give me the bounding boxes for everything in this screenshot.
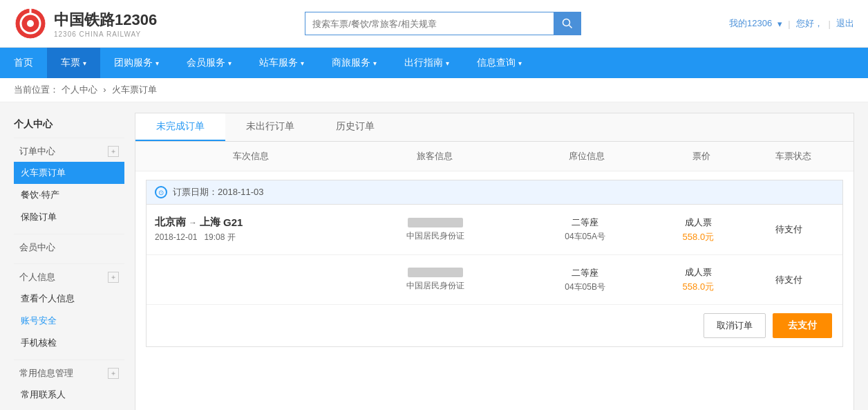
nav-item-member[interactable]: 会员服务 ▾ [173, 48, 245, 78]
sidebar-item-account-security[interactable]: 账号安全 [14, 310, 124, 332]
seat-type-2: 二等座 [517, 267, 653, 279]
nav-item-tickets[interactable]: 车票 ▾ [47, 48, 100, 78]
nav-arrow-icon: ▾ [301, 59, 304, 67]
train-info: 北京南 → 上海 G21 2018-12-01 19:08 开 [155, 216, 354, 243]
search-input[interactable] [305, 12, 554, 35]
logo-icon [14, 7, 47, 40]
train-number: G21 [223, 216, 243, 228]
svg-point-4 [563, 19, 570, 26]
nav-arrow-icon: ▾ [373, 59, 377, 67]
ticket-status-2: 待支付 [744, 274, 834, 286]
logo-title: 中国铁路12306 [54, 10, 157, 30]
price-info-2: 成人票 558.0元 [653, 266, 744, 293]
sidebar-group-member-header[interactable]: 会员中心 [14, 237, 124, 258]
order-group: ⊙ 订票日期：2018-11-03 北京南 → 上海 G21 2018-12-0… [146, 180, 843, 347]
sidebar-group-orders: 订单中心 ＋ 火车票订单 餐饮·特产 保险订单 [14, 141, 124, 228]
tab-upcoming-orders[interactable]: 未出行订单 [225, 113, 315, 141]
cancel-order-button[interactable]: 取消订单 [704, 313, 766, 338]
passenger-name-blurred [408, 218, 463, 227]
nav-item-guide[interactable]: 出行指南 ▾ [390, 48, 463, 78]
col-passenger-info: 旅客信息 [352, 150, 518, 162]
train-from: 北京南 [155, 216, 186, 229]
my-account-link[interactable]: 我的12306 [729, 17, 772, 30]
price-value-2: 558.0元 [653, 281, 744, 293]
greeting-text: 您好， [796, 17, 823, 30]
header-right: 我的12306 ▾ | 您好， | 退出 [729, 17, 854, 30]
logo-text: 中国铁路12306 12306 CHINA RAILWAY [54, 10, 157, 38]
tab-history-orders[interactable]: 历史订单 [315, 113, 395, 141]
tabs: 未完成订单 未出行订单 历史订单 [135, 113, 853, 142]
passenger-id-type: 中国居民身份证 [406, 230, 464, 242]
nav-item-info[interactable]: 信息查询 ▾ [463, 48, 536, 78]
passenger-info: 中国居民身份证 [354, 218, 517, 242]
header: 中国铁路12306 12306 CHINA RAILWAY 我的12306 ▾ … [0, 0, 868, 48]
sidebar-item-food-orders[interactable]: 餐饮·特产 [14, 184, 124, 206]
sidebar-item-phone-verify[interactable]: 手机核检 [14, 332, 124, 354]
logo-area: 中国铁路12306 12306 CHINA RAILWAY [14, 7, 157, 40]
nav-arrow-icon: ▾ [83, 59, 86, 67]
svg-point-2 [27, 20, 34, 27]
logo-subtitle: 12306 CHINA RAILWAY [54, 30, 157, 38]
col-train-info: 车次信息 [149, 150, 352, 162]
nav-arrow-icon: ▾ [518, 59, 522, 67]
sidebar-item-delivery-address[interactable]: 车票快递地址 [14, 406, 124, 410]
tab-incomplete-orders[interactable]: 未完成订单 [135, 113, 225, 141]
sidebar-item-view-info[interactable]: 查看个人信息 [14, 288, 124, 310]
breadcrumb: 当前位置： 个人中心 › 火车票订单 [0, 78, 868, 102]
passenger-name-blurred-2 [408, 268, 463, 277]
sidebar-group-common-info: 常用信息管理 ＋ 常用联系人 车票快递地址 [14, 363, 124, 410]
arrow-right-icon: → [189, 218, 197, 227]
ticket-status: 待支付 [744, 223, 834, 236]
breadcrumb-home[interactable]: 个人中心 [62, 84, 97, 95]
seat-info-2: 二等座 04车05B号 [517, 267, 653, 293]
pay-button[interactable]: 去支付 [773, 313, 832, 338]
svg-line-5 [569, 26, 572, 28]
train-route: 北京南 → 上海 G21 [155, 216, 354, 229]
search-area [305, 12, 581, 35]
main-content: 个人中心 订单中心 ＋ 火车票订单 餐饮·特产 保险订单 会员中心 个人信息 ＋ [0, 102, 868, 410]
sidebar: 个人中心 订单中心 ＋ 火车票订单 餐饮·特产 保险订单 会员中心 个人信息 ＋ [14, 113, 124, 410]
col-price: 票价 [656, 150, 748, 162]
train-datetime: 2018-12-01 19:08 开 [155, 232, 354, 243]
sidebar-item-insurance-orders[interactable]: 保险订单 [14, 206, 124, 228]
sidebar-item-train-orders[interactable]: 火车票订单 [14, 162, 124, 184]
nav-item-business[interactable]: 商旅服务 ▾ [318, 48, 390, 78]
passenger-id-type-2: 中国居民身份证 [406, 280, 464, 292]
order-date-label: 订票日期：2018-11-03 [173, 186, 264, 198]
price-label: 成人票 [653, 216, 744, 229]
main-nav: 首页 车票 ▾ 团购服务 ▾ 会员服务 ▾ 站车服务 ▾ 商旅服务 ▾ 出行指南… [0, 48, 868, 78]
price-value: 558.0元 [653, 231, 744, 243]
passenger-info-2: 中国居民身份证 [354, 268, 517, 292]
search-button[interactable] [554, 12, 581, 35]
sidebar-group-personal-info: 个人信息 ＋ 查看个人信息 账号安全 手机核检 [14, 267, 124, 354]
seat-number-2: 04车05B号 [517, 281, 653, 293]
sidebar-group-common-info-header[interactable]: 常用信息管理 ＋ [14, 363, 124, 384]
sidebar-group-personal-info-header[interactable]: 个人信息 ＋ [14, 267, 124, 288]
sidebar-group-member: 会员中心 [14, 237, 124, 258]
breadcrumb-current: 火车票订单 [112, 84, 157, 95]
nav-arrow-icon: ▾ [155, 59, 159, 67]
nav-arrow-icon: ▾ [228, 59, 232, 67]
search-icon [562, 18, 573, 29]
col-seat-info: 席位信息 [518, 150, 656, 162]
collapse-icon[interactable]: ⊙ [155, 186, 167, 198]
sidebar-item-contacts[interactable]: 常用联系人 [14, 384, 124, 406]
nav-arrow-icon: ▾ [446, 59, 449, 67]
col-ticket-status: 车票状态 [748, 150, 840, 162]
seat-info: 二等座 04车05A号 [517, 216, 653, 243]
expand-icon: ＋ [108, 146, 119, 157]
logout-link[interactable]: 退出 [836, 17, 854, 30]
nav-item-home[interactable]: 首页 [0, 48, 47, 78]
table-row: 北京南 → 上海 G21 2018-12-01 19:08 开 中国居民身份证 [147, 205, 842, 255]
sidebar-group-orders-header[interactable]: 订单中心 ＋ [14, 141, 124, 162]
order-group-header: ⊙ 订票日期：2018-11-03 [147, 180, 842, 205]
order-actions: 取消订单 去支付 [147, 305, 842, 346]
seat-type: 二等座 [517, 216, 653, 229]
table-row: 中国居民身份证 二等座 04车05B号 成人票 558.0元 待支付 [147, 255, 842, 305]
sidebar-personal-center-title: 个人中心 [14, 113, 124, 135]
nav-item-station[interactable]: 站车服务 ▾ [245, 48, 318, 78]
content-panel: 未完成订单 未出行订单 历史订单 车次信息 旅客信息 席位信息 票价 车票状态 … [135, 113, 854, 410]
train-to: 上海 [200, 216, 220, 229]
nav-item-group[interactable]: 团购服务 ▾ [100, 48, 173, 78]
account-arrow-icon: ▾ [777, 19, 782, 29]
